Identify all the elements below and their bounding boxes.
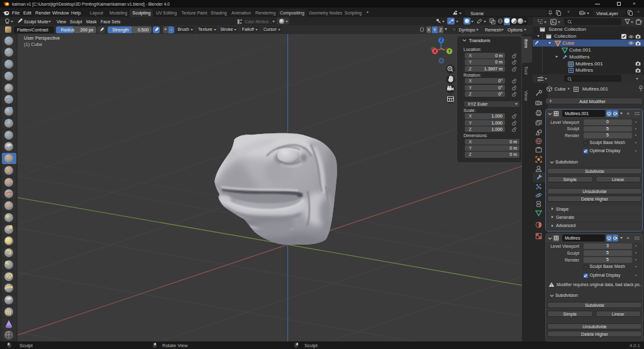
svg-text:Y: Y	[448, 49, 451, 53]
svg-text:User Perspective: User Perspective	[24, 35, 60, 41]
svg-text:(1) Cube: (1) Cube	[24, 42, 42, 47]
svg-text:X: X	[433, 49, 436, 53]
svg-text:Z: Z	[440, 38, 443, 42]
